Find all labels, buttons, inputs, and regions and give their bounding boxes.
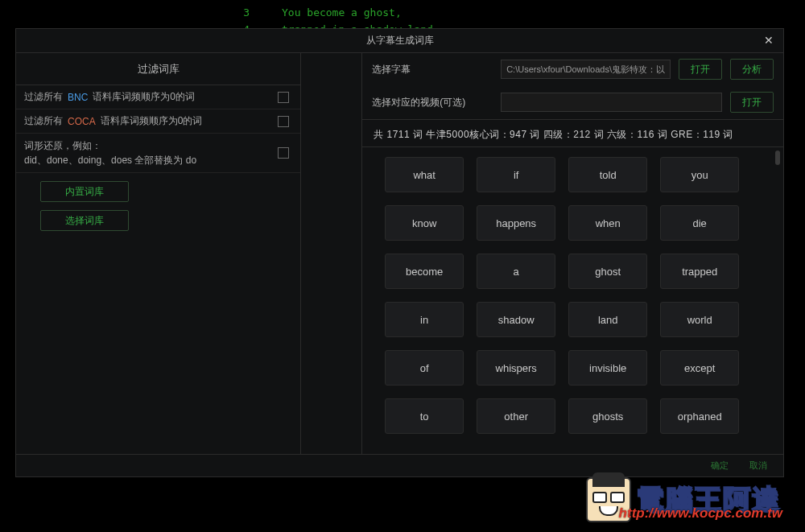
word-stats: 共 1711 词 牛津5000核心词：947 词 四级：212 词 六级：116… — [362, 119, 783, 147]
subtitle-panel: 选择字幕 C:\Users\xfour\Downloads\鬼影特攻：以 打开 … — [362, 53, 783, 454]
watermark-url: http://www.kocpc.com.tw — [619, 505, 782, 522]
footer-ok[interactable]: 确定 — [711, 460, 729, 472]
word-tile[interactable]: except — [660, 350, 739, 386]
word-tile[interactable]: when — [568, 205, 647, 241]
word-tile[interactable]: ghost — [568, 254, 647, 289]
open-subtitle-button[interactable]: 打开 — [679, 59, 722, 80]
word-tile[interactable]: happens — [477, 205, 555, 241]
word-tile[interactable]: other — [477, 398, 555, 434]
word-tile[interactable]: world — [660, 302, 739, 337]
bnc-checkbox[interactable] — [278, 92, 289, 103]
word-tile[interactable]: of — [385, 350, 464, 386]
word-tile[interactable]: trapped — [660, 254, 739, 289]
dialog-header: 从字幕生成词库 ✕ — [16, 29, 783, 53]
generate-vocab-dialog: 从字幕生成词库 ✕ 过滤词库 过滤所有 BNC 语料库词频顺序为0的词 过滤所有… — [15, 28, 784, 477]
word-tile[interactable]: invisible — [568, 350, 647, 386]
filter-row-bnc: 过滤所有 BNC 语料库词频顺序为0的词 — [16, 85, 300, 109]
word-tile[interactable]: told — [568, 157, 647, 192]
close-icon[interactable]: ✕ — [761, 32, 777, 48]
word-tile[interactable]: in — [385, 302, 464, 337]
filter-row-coca: 过滤所有 COCA 语料库词频顺序为0的词 — [16, 109, 300, 134]
scrollbar[interactable] — [775, 151, 780, 451]
watermark-text: 電腦王阿達 — [636, 481, 781, 518]
builtin-vocab-button[interactable]: 内置词库 — [40, 181, 129, 202]
word-tile[interactable]: whispers — [477, 350, 555, 386]
dialog-title: 从字幕生成词库 — [366, 34, 434, 47]
dialog-footer: 确定 取消 — [16, 454, 783, 476]
word-tile[interactable]: orphaned — [660, 398, 739, 434]
subtitle-path-input[interactable]: C:\Users\xfour\Downloads\鬼影特攻：以 — [501, 60, 671, 79]
subtitle-row: 选择字幕 C:\Users\xfour\Downloads\鬼影特攻：以 打开 … — [362, 53, 783, 86]
select-vocab-button[interactable]: 选择词库 — [40, 210, 129, 231]
word-grid: whatiftoldyouknowhappenswhendiebecomeagh… — [385, 157, 769, 434]
word-tile[interactable]: what — [385, 157, 464, 192]
word-tile[interactable]: shadow — [477, 302, 555, 337]
video-path-input[interactable] — [501, 93, 722, 112]
word-tile[interactable]: die — [660, 205, 739, 241]
watermark-face-icon — [586, 477, 631, 522]
footer-cancel[interactable]: 取消 — [749, 460, 767, 472]
watermark: 電腦王阿達 http://www.kocpc.com.tw — [586, 477, 781, 522]
word-tile[interactable]: a — [477, 254, 555, 289]
filter-row-lemma: 词形还原，例如： did、done、doing、does 全部替换为 do — [16, 134, 300, 173]
analyze-button[interactable]: 分析 — [730, 59, 774, 80]
word-tile[interactable]: if — [477, 157, 555, 192]
word-tile[interactable]: land — [568, 302, 647, 337]
video-row: 选择对应的视频(可选) 打开 — [362, 86, 783, 119]
open-video-button[interactable]: 打开 — [730, 92, 774, 113]
word-tile[interactable]: to — [385, 398, 464, 434]
word-tile[interactable]: ghosts — [568, 398, 647, 434]
filter-panel: 过滤词库 过滤所有 BNC 语料库词频顺序为0的词 过滤所有 COCA 语料库词… — [16, 53, 362, 454]
word-tile[interactable]: you — [660, 157, 739, 192]
coca-checkbox[interactable] — [278, 116, 289, 127]
word-tile[interactable]: know — [385, 205, 464, 241]
lemma-checkbox[interactable] — [278, 147, 289, 159]
filter-heading: 过滤词库 — [16, 53, 300, 85]
word-tile[interactable]: become — [385, 254, 464, 289]
